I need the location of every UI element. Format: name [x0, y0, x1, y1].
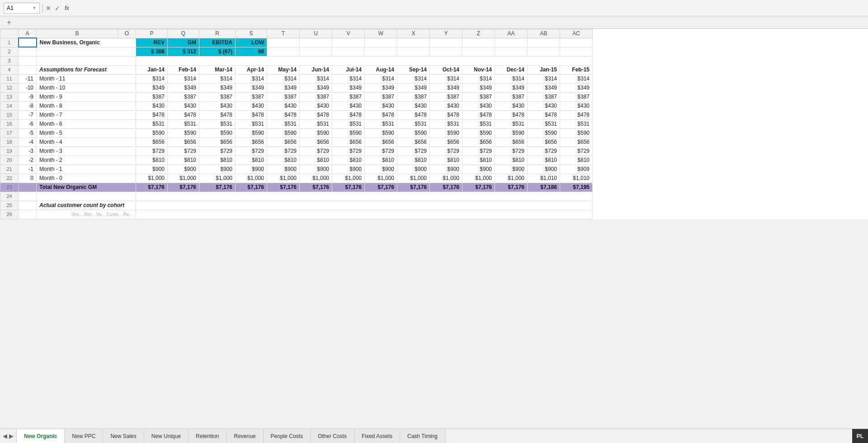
cell-T1[interactable] — [267, 38, 300, 47]
row-num-4: 4 — [0, 65, 19, 74]
total-label[interactable]: Total New Organic GM — [37, 183, 136, 192]
cell-Z4-nov14[interactable]: Nov-14 — [462, 65, 495, 74]
assumptions-header-row: 4 Assumptions for Forecast Jan-14 Feb-14… — [0, 65, 593, 74]
table-row: 3 — [0, 56, 593, 65]
col-header-AB[interactable]: AB — [528, 29, 560, 38]
cell-Q1[interactable]: GM — [168, 38, 199, 47]
col-header-V[interactable]: V — [332, 29, 365, 38]
cell-A4[interactable] — [19, 65, 37, 74]
cell-Y1[interactable] — [430, 38, 462, 47]
cell-ref-value: A1 — [7, 5, 14, 11]
col-header-W[interactable]: W — [365, 29, 397, 38]
cell-R1[interactable]: EBITDA — [199, 38, 236, 47]
cell-AA1[interactable] — [495, 38, 528, 47]
table-row: 1 New Business, Organic REV GM EBITDA LO… — [0, 38, 593, 47]
cell-AA2[interactable] — [495, 47, 528, 56]
add-sheet-button[interactable]: + — [4, 17, 14, 28]
cell-ref-dropdown-icon[interactable]: ▼ — [32, 5, 37, 10]
cell-V1[interactable] — [332, 38, 365, 47]
col-header-R[interactable]: R — [199, 29, 236, 38]
cell-T2[interactable] — [267, 47, 300, 56]
cell-A2[interactable] — [19, 47, 37, 56]
cell-AB1[interactable] — [528, 38, 560, 47]
total-oct14[interactable]: $7,176 — [430, 183, 462, 192]
cancel-formula-icon[interactable]: ✕ — [46, 5, 51, 12]
total-row: 23 Total New Organic GM $7,176 $7,176 $7… — [0, 183, 593, 192]
cell-W4-aug14[interactable]: Aug-14 — [365, 65, 397, 74]
formula-input[interactable] — [72, 5, 864, 11]
cell-B2[interactable] — [37, 47, 136, 56]
col-header-B[interactable]: B — [37, 29, 118, 38]
col-header-A[interactable]: A — [19, 29, 37, 38]
cell-S4-apr14[interactable]: Apr-14 — [236, 65, 267, 74]
cell-P1[interactable]: REV — [136, 38, 168, 47]
col-header-AC[interactable]: AC — [560, 29, 593, 38]
cell-W1[interactable] — [365, 38, 397, 47]
total-apr14[interactable]: $7,176 — [236, 183, 267, 192]
total-jun14[interactable]: $7,176 — [300, 183, 332, 192]
cell-A1[interactable] — [19, 38, 37, 47]
cell-AC1[interactable] — [560, 38, 593, 47]
col-header-U[interactable]: U — [300, 29, 332, 38]
cell-U2[interactable] — [300, 47, 332, 56]
cell-R2[interactable]: $ (67) — [199, 47, 236, 56]
cell-P4-jan14[interactable]: Jan-14 — [136, 65, 168, 74]
cell-S2[interactable]: 88 — [236, 47, 267, 56]
cell-V2[interactable] — [332, 47, 365, 56]
cell-AA4-dec14[interactable]: Dec-14 — [495, 65, 528, 74]
cell-X4-sep14[interactable]: Sep-14 — [397, 65, 430, 74]
col-header-Q[interactable]: Q — [168, 29, 199, 38]
cell-Q4-feb14[interactable]: Feb-14 — [168, 65, 199, 74]
col-header-Z[interactable]: Z — [462, 29, 495, 38]
cell-A3[interactable] — [19, 56, 37, 65]
cell-B4[interactable]: Assumptions for Forecast — [37, 65, 136, 74]
actual-customer-count-label[interactable]: Actual customer count by cohort — [37, 201, 136, 210]
col-header-P[interactable]: P — [136, 29, 168, 38]
col-header-AA[interactable]: AA — [495, 29, 528, 38]
cell-Y2[interactable] — [430, 47, 462, 56]
cell-Q2[interactable]: $ 312 — [168, 47, 199, 56]
cell-AB4-jan15[interactable]: Jan-15 — [528, 65, 560, 74]
cell-U4-jun14[interactable]: Jun-14 — [300, 65, 332, 74]
cell-Z1[interactable] — [462, 38, 495, 47]
total-aug14[interactable]: $7,176 — [365, 183, 397, 192]
cell-X1[interactable] — [397, 38, 430, 47]
cell-A23[interactable] — [19, 183, 37, 192]
cell-Y4-oct14[interactable]: Oct-14 — [430, 65, 462, 74]
total-dec14[interactable]: $7,176 — [495, 183, 528, 192]
total-feb14[interactable]: $7,176 — [168, 183, 199, 192]
total-nov14[interactable]: $7,176 — [462, 183, 495, 192]
fx-label: fx — [65, 5, 69, 11]
cell-AB2[interactable] — [528, 47, 560, 56]
total-feb15[interactable]: $7,195 — [560, 183, 593, 192]
cell-V4-jul14[interactable]: Jul-14 — [332, 65, 365, 74]
cell-B3[interactable] — [37, 56, 136, 65]
cell-R4-mar14[interactable]: Mar-14 — [199, 65, 236, 74]
total-may14[interactable]: $7,176 — [267, 183, 300, 192]
cell-W2[interactable] — [365, 47, 397, 56]
col-header-S[interactable]: S — [236, 29, 267, 38]
total-sep14[interactable]: $7,176 — [397, 183, 430, 192]
cell-AC4-feb15[interactable]: Feb-15 — [560, 65, 593, 74]
table-row: 25 Actual customer count by cohort — [0, 201, 593, 210]
cell-X2[interactable] — [397, 47, 430, 56]
cell-P2[interactable]: $ 388 — [136, 47, 168, 56]
col-header-T[interactable]: T — [267, 29, 300, 38]
main-table: A B O P Q R S T U V W X Y Z AA AB AC — [0, 29, 593, 219]
cell-T4-may14[interactable]: May-14 — [267, 65, 300, 74]
total-jan14[interactable]: $7,176 — [136, 183, 168, 192]
confirm-formula-icon[interactable]: ✓ — [55, 5, 60, 12]
total-jan15[interactable]: $7,186 — [528, 183, 560, 192]
cell-Z2[interactable] — [462, 47, 495, 56]
cell-B1[interactable]: New Business, Organic — [37, 38, 136, 47]
cell-S1[interactable]: LOW — [236, 38, 267, 47]
cell-U1[interactable] — [300, 38, 332, 47]
total-jul14[interactable]: $7,176 — [332, 183, 365, 192]
col-header-X[interactable]: X — [397, 29, 430, 38]
cell-AC2[interactable] — [560, 47, 593, 56]
col-header-O[interactable]: O — [118, 29, 136, 38]
col-header-Y[interactable]: Y — [430, 29, 462, 38]
cell-reference-box[interactable]: A1 ▼ — [4, 3, 40, 14]
total-mar14[interactable]: $7,176 — [199, 183, 236, 192]
cell-rest-3[interactable] — [136, 56, 593, 65]
